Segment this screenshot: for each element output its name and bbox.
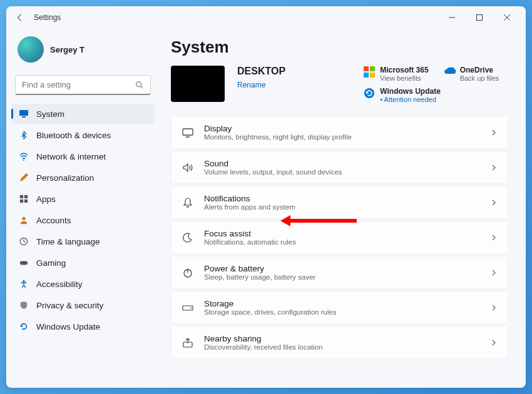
svg-point-2 (136, 81, 141, 86)
svg-rect-5 (22, 116, 26, 118)
sidebar-item-label: Accessibility (36, 280, 83, 289)
sidebar-item-privacy[interactable]: Privacy & security (11, 295, 155, 315)
svg-rect-1 (477, 15, 483, 21)
system-icon (19, 109, 29, 119)
device-thumbnail (171, 66, 225, 102)
chevron-right-icon (490, 234, 498, 241)
promo-windows-update[interactable]: Windows Update• Attention needed (364, 87, 508, 103)
sidebar: Sergey T System Bluetooth & devices Netw… (6, 29, 160, 388)
svg-point-25 (190, 307, 192, 308)
setting-storage[interactable]: StorageStorage space, drives, configurat… (171, 291, 508, 324)
setting-notifications[interactable]: NotificationsAlerts from apps and system (171, 186, 508, 219)
sidebar-item-system[interactable]: System (11, 104, 155, 124)
shield-icon (19, 300, 29, 310)
sidebar-item-label: Time & language (36, 237, 100, 246)
svg-rect-10 (24, 200, 28, 203)
setting-focus-assist[interactable]: Focus assistNotifications, automatic rul… (171, 221, 508, 254)
sound-icon (182, 161, 194, 174)
paintbrush-icon (19, 173, 29, 183)
onedrive-icon (444, 66, 455, 78)
search-input[interactable] (22, 80, 135, 89)
profile-name: Sergey T (50, 45, 84, 54)
wifi-icon (19, 151, 29, 161)
accessibility-icon (19, 279, 29, 289)
device-name: DESKTOP (237, 66, 285, 77)
svg-rect-9 (20, 200, 23, 203)
avatar (18, 36, 44, 63)
update-circle-icon (364, 88, 375, 99)
svg-rect-8 (24, 195, 28, 198)
promo-microsoft365[interactable]: Microsoft 365View benefits (364, 66, 428, 82)
sidebar-item-label: Personalization (36, 173, 94, 183)
sidebar-item-gaming[interactable]: Gaming (11, 253, 155, 273)
sidebar-item-label: Network & internet (36, 152, 106, 161)
svg-rect-18 (370, 73, 375, 78)
sidebar-item-label: Gaming (36, 258, 66, 268)
page-title: System (171, 38, 508, 57)
moon-icon (182, 231, 194, 244)
chevron-right-icon (490, 339, 498, 346)
svg-rect-15 (364, 66, 369, 71)
sidebar-item-accessibility[interactable]: Accessibility (11, 274, 155, 294)
setting-nearby-sharing[interactable]: Nearby sharingDiscoverability, received … (171, 326, 508, 359)
svg-rect-16 (370, 66, 375, 71)
maximize-button[interactable] (466, 8, 493, 27)
power-icon (182, 266, 194, 279)
search-icon (135, 81, 144, 89)
profile[interactable]: Sergey T (11, 31, 155, 68)
settings-list: DisplayMonitors, brightness, night light… (171, 116, 508, 359)
sidebar-item-bluetooth[interactable]: Bluetooth & devices (11, 125, 155, 145)
chevron-right-icon (490, 269, 498, 276)
bell-icon (182, 196, 194, 209)
sidebar-item-label: System (36, 109, 64, 119)
window-title: Settings (34, 13, 61, 22)
svg-point-11 (22, 217, 25, 220)
sidebar-item-label: Privacy & security (36, 301, 103, 310)
chevron-right-icon (490, 129, 498, 136)
settings-window: Settings Sergey T System Bluetooth & d (6, 6, 526, 388)
bluetooth-icon (19, 130, 29, 140)
sidebar-item-label: Apps (36, 194, 56, 204)
svg-point-6 (23, 159, 24, 161)
clock-icon (19, 236, 29, 246)
titlebar: Settings (6, 6, 526, 29)
window-controls (438, 8, 521, 27)
promo-onedrive[interactable]: OneDriveBack up files (444, 66, 508, 82)
sidebar-item-label: Windows Update (36, 322, 100, 331)
storage-icon (182, 301, 194, 314)
svg-line-3 (141, 86, 143, 88)
gamepad-icon (19, 258, 29, 268)
svg-point-19 (364, 88, 374, 98)
search-box[interactable] (15, 75, 151, 95)
update-icon (19, 321, 29, 331)
person-icon (19, 215, 29, 225)
svg-rect-13 (20, 261, 28, 265)
setting-sound[interactable]: SoundVolume levels, output, input, sound… (171, 151, 508, 184)
sidebar-item-apps[interactable]: Apps (11, 189, 155, 209)
chevron-right-icon (490, 164, 498, 171)
chevron-right-icon (490, 199, 498, 206)
share-icon (182, 336, 194, 349)
sidebar-item-accounts[interactable]: Accounts (11, 210, 155, 230)
setting-display[interactable]: DisplayMonitors, brightness, night light… (171, 116, 508, 149)
minimize-button[interactable] (438, 8, 466, 27)
chevron-right-icon (490, 304, 498, 311)
display-icon (182, 126, 194, 139)
main-content: System DESKTOP Rename Microsoft 365View … (160, 29, 526, 388)
back-button[interactable] (11, 9, 29, 26)
system-header: DESKTOP Rename Microsoft 365View benefit… (171, 66, 508, 103)
sidebar-item-time[interactable]: Time & language (11, 231, 155, 251)
microsoft365-icon (364, 66, 375, 78)
rename-link[interactable]: Rename (237, 81, 285, 89)
svg-rect-17 (364, 73, 369, 78)
sidebar-item-windows-update[interactable]: Windows Update (11, 316, 155, 336)
svg-rect-4 (19, 110, 28, 116)
apps-icon (19, 194, 29, 204)
svg-point-14 (23, 280, 25, 283)
sidebar-item-personalization[interactable]: Personalization (11, 168, 155, 188)
close-button[interactable] (493, 8, 521, 27)
svg-rect-7 (20, 195, 23, 198)
sidebar-item-label: Accounts (36, 216, 71, 225)
sidebar-item-network[interactable]: Network & internet (11, 146, 155, 166)
setting-power[interactable]: Power & batterySleep, battery usage, bat… (171, 256, 508, 289)
